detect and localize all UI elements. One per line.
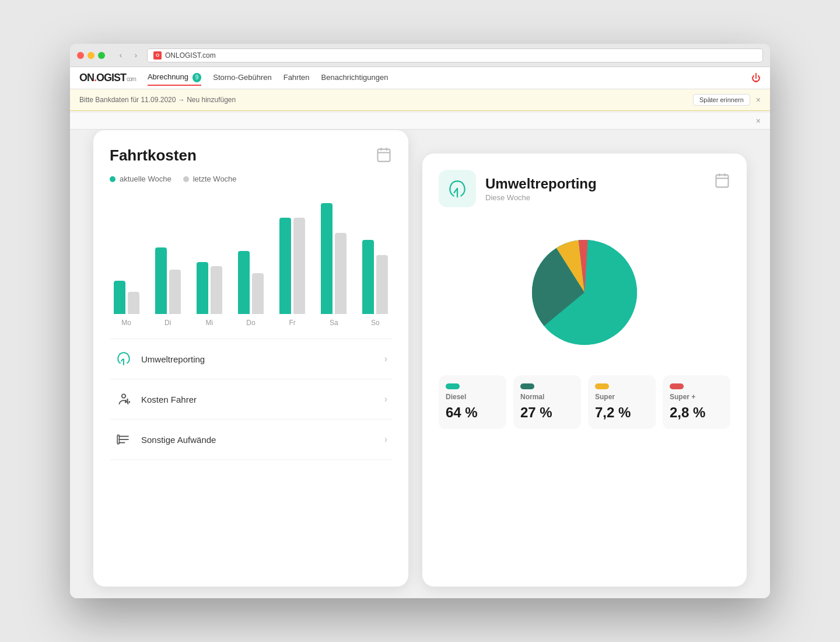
bar-day-label-mi: Mi [192,319,226,327]
bar-group-di [151,203,184,314]
legend-dot-previous [183,176,189,182]
normal-label: Normal [520,393,574,401]
bar-day-label-di: Di [151,319,184,327]
bar-day-label-so: So [359,319,392,327]
bar-group-mi [192,203,226,314]
fuel-card-normal: Normal 27 % [513,375,581,429]
bar-previous-di [169,270,181,314]
fullscreen-button[interactable] [98,52,105,59]
super-plus-indicator [670,383,684,389]
svg-point-5 [122,394,126,398]
fuel-stats: Diesel 64 % Normal 27 % Super 7,2 % [439,375,730,429]
nav-buttons: ‹ › [114,49,142,62]
diesel-indicator [446,383,460,389]
chevron-right-icon-2: › [384,394,387,404]
nav-tab-abrechnung[interactable]: Abrechnung 9 [148,70,201,86]
super-indicator [595,383,609,389]
super-plus-value: 2,8 % [670,404,723,421]
bar-previous-sa [335,233,346,314]
env-subtitle: Diese Woche [485,193,597,202]
svg-rect-8 [129,401,130,403]
bar-day-label-mo: Mo [110,319,143,327]
legend-dot-current [110,176,116,182]
bar-previous-do [252,273,264,314]
app-navbar: ON.OGISTcom Abrechnung 9 Storno-Gebühren… [70,67,770,89]
bar-group-fr [276,203,309,314]
fahrtkosten-card: Fahrtkosten aktuelle Woche [93,130,408,587]
fahrtkosten-header: Fahrtkosten [110,146,392,165]
bar-group-sa [317,203,351,314]
normal-value: 27 % [520,404,574,421]
bar-chart [110,197,392,314]
app-logo: ON.OGISTcom [79,72,136,84]
super-value: 7,2 % [595,404,649,421]
close-button[interactable] [77,52,84,59]
leaf-icon [114,350,133,368]
remind-later-button[interactable]: Später erinnern [693,94,750,106]
fuel-card-super: Super 7,2 % [588,375,656,429]
bar-current-do [238,251,250,314]
bar-group-do [234,203,267,314]
url-text: ONLOGIST.com [165,51,216,60]
fuel-card-super-plus: Super + 2,8 % [663,375,730,429]
menu-item-kosten-fahrer[interactable]: Kosten Fahrer › [110,379,392,420]
back-button[interactable]: ‹ [114,49,127,62]
menu-item-kosten-fahrer-label: Kosten Fahrer [141,395,376,404]
env-calendar-icon[interactable] [714,172,730,191]
chart-legend: aktuelle Woche letzte Woche [110,175,392,183]
svg-rect-6 [125,400,126,403]
cards-area: Fahrtkosten aktuelle Woche [93,130,747,587]
browser-window: ‹ › O ONLOGIST.com ON.OGISTcom Abrechnun… [70,44,770,598]
svg-rect-7 [127,399,128,403]
normal-indicator [520,383,534,389]
super-plus-label: Super + [670,393,723,401]
address-bar[interactable]: O ONLOGIST.com [147,48,763,62]
forward-button[interactable]: › [130,49,142,62]
menu-item-sonstige-label: Sonstige Aufwände [141,435,376,445]
second-banner-close-icon[interactable]: × [756,116,761,125]
env-title: Umweltreporting [485,176,597,192]
umweltreporting-card: Umweltreporting Diese Woche [422,153,747,587]
list-icon [114,430,133,449]
favicon: O [153,51,162,60]
diesel-label: Diesel [446,393,499,401]
legend-current: aktuelle Woche [110,175,172,183]
bar-group-mo [110,203,143,314]
diesel-value: 64 % [446,404,499,421]
bar-day-label-do: Do [234,319,267,327]
power-button[interactable]: ⏻ [751,73,761,83]
bar-day-label-fr: Fr [276,319,309,327]
menu-item-sonstige[interactable]: Sonstige Aufwände › [110,420,392,460]
nav-tab-storno[interactable]: Storno-Gebühren [213,71,271,85]
browser-titlebar: ‹ › O ONLOGIST.com [70,44,770,67]
bar-previous-mi [211,266,222,314]
calendar-icon[interactable] [376,146,392,165]
super-label: Super [595,393,649,401]
notification-banner: Bitte Bankdaten für 11.09.2020 → Neu hin… [70,89,770,111]
abrechnung-badge: 9 [192,73,202,82]
bar-current-sa [321,203,332,314]
bar-current-mi [197,262,208,314]
minimize-button[interactable] [88,52,94,59]
main-content: Bitte Bankdaten für 11.09.2020 → Neu hin… [70,89,770,598]
notification-text: Bitte Bankdaten für 11.09.2020 → Neu hin… [79,96,236,104]
notification-close-icon[interactable]: × [756,95,761,104]
bar-current-mo [114,281,125,314]
svg-rect-14 [716,175,729,187]
bar-current-so [362,240,374,314]
pie-chart [439,228,730,357]
bar-labels: MoDiMiDoFrSaSo [110,319,392,329]
bar-previous-mo [128,292,139,314]
bar-previous-so [376,255,388,314]
chevron-right-icon: › [384,354,387,364]
env-card-header: Umweltreporting Diese Woche [439,170,597,207]
fuel-card-diesel: Diesel 64 % [439,375,506,429]
second-banner: × [70,113,770,130]
chevron-right-icon-3: › [384,434,387,445]
svg-rect-12 [117,435,119,444]
menu-item-umweltreporting-label: Umweltreporting [141,354,376,364]
nav-tab-benachrichtigungen[interactable]: Benachrichtigungen [321,71,388,85]
menu-item-umweltreporting[interactable]: Umweltreporting › [110,339,392,379]
nav-tab-fahrten[interactable]: Fahrten [284,71,310,85]
person-chart-icon [114,390,133,409]
